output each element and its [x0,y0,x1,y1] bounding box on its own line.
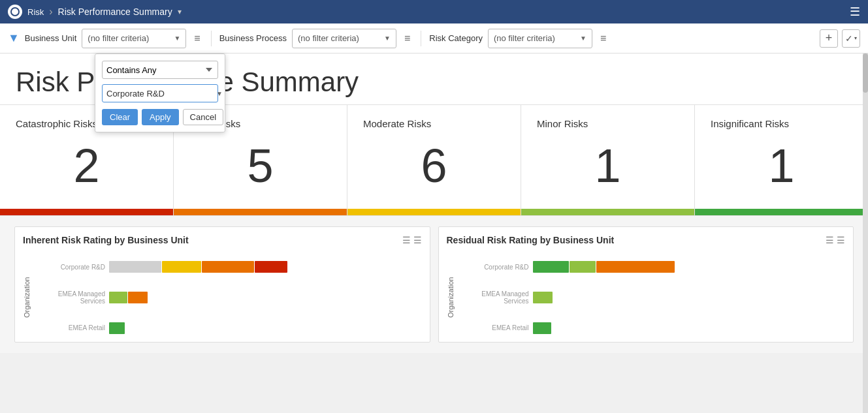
major-risks-value: 5 [189,142,331,189]
residual-chart-area: Corporate R&D EMEA Managed Services [457,252,846,343]
plus-icon: + [826,31,833,45]
inherent-seg-gray [109,261,161,273]
residual-row-corporate: Corporate R&D [457,258,846,276]
nav-risk-link[interactable]: Risk [27,7,44,17]
inherent-chart-header: Inherent Risk Rating by Business Unit ☰ … [23,235,422,245]
business-unit-chevron: ▼ [174,35,180,42]
inherent-filter-icon[interactable]: ☰ [402,235,411,245]
moderate-risks-title: Moderate Risks [363,118,505,129]
clear-button[interactable]: Clear [102,109,138,125]
business-unit-value: (no filter criteria) [88,33,149,43]
inherent-bars-corporate [109,261,287,273]
business-process-dropdown[interactable]: (no filter criteria) ▼ [292,29,396,48]
filter-separator-2 [421,31,421,46]
residual-bars-corporate [533,261,675,273]
value-row-chevron-icon: ▼ [216,90,223,97]
residual-chart-header: Residual Risk Rating by Business Unit ☰ … [447,235,846,245]
residual-chart-body: Organization Corporate R&D EMEA Managed … [447,252,846,343]
inherent-seg-yellow [162,261,201,273]
business-unit-label: Business Unit [25,33,76,43]
inherent-chart-body: Organization Corporate R&D [23,252,422,343]
residual-risk-chart: Residual Risk Rating by Business Unit ☰ … [438,226,854,343]
residual-settings-icon[interactable]: ☰ [837,235,845,245]
operator-select[interactable]: Contains Any [102,61,218,79]
business-unit-settings-icon[interactable]: ≡ [191,31,202,46]
insignificant-risks-title: Insignificant Risks [711,118,852,129]
inherent-row-emea-retail: EMEA Retail [33,319,422,337]
residual-label-emea-managed: EMEA Managed Services [457,290,529,305]
inherent-bars-emea-managed [109,292,148,303]
filter-funnel-icon: ▼ [8,31,20,45]
catastrophic-risks-bar [0,209,173,215]
residual-seg-green-1 [533,261,569,273]
inherent-risk-chart: Inherent Risk Rating by Business Unit ☰ … [14,226,430,343]
minor-risks-bar [521,209,694,215]
risk-category-label: Risk Category [429,33,483,43]
popup-buttons: Clear Apply Cancel [102,109,218,125]
inherent-y-axis: Organization [23,252,31,343]
inherent-chart-title: Inherent Risk Rating by Business Unit [23,235,189,245]
business-unit-dropdown[interactable]: (no filter criteria) ▼ [82,29,186,48]
business-process-label: Business Process [219,33,287,43]
inherent-row-emea-managed: EMEA Managed Services [33,288,422,307]
residual-label-emea-retail: EMEA Retail [457,324,529,331]
residual-row-emea-retail: EMEA Retail [457,319,846,337]
inherent-label-emea-retail: EMEA Retail [33,324,105,331]
residual-filter-icon[interactable]: ☰ [826,235,834,245]
filter-value-row: ▼ [102,84,218,102]
business-process-settings-icon[interactable]: ≡ [402,31,413,46]
residual-seg-limegreen-1 [570,261,596,273]
checkmark-chevron-icon: ▾ [854,35,857,41]
inherent-seg-red [255,261,287,273]
nav-page-title: Risk Performance Summary [58,7,172,17]
inherent-seg-green-1 [109,322,125,334]
cancel-button[interactable]: Cancel [183,109,223,125]
catastrophic-risks-value: 2 [16,142,157,189]
residual-seg-orange-1 [596,261,675,273]
residual-chart-title: Residual Risk Rating by Business Unit [447,235,615,245]
residual-chart-icons: ☰ ☰ [826,235,845,245]
residual-label-corporate: Corporate R&D [457,264,529,271]
filter-popup: Contains Any ▼ Clear Apply Cancel [95,54,225,132]
inherent-seg-orange [202,261,254,273]
risk-category-dropdown[interactable]: (no filter criteria) ▼ [488,29,592,48]
check-icon: ✓ [845,33,853,44]
minor-risks-card[interactable]: Minor Risks 1 [521,105,695,215]
residual-seg-green-2 [533,322,551,334]
apply-filter-button[interactable]: ✓ ▾ [842,29,860,48]
risk-category-value: (no filter criteria) [494,33,555,43]
inherent-chart-area: Corporate R&D EMEA Managed Services [33,252,422,343]
insignificant-risks-card[interactable]: Insignificant Risks 1 [695,105,868,215]
business-process-value: (no filter criteria) [298,33,359,43]
nav-menu-icon[interactable]: ☰ [850,5,860,19]
filter-bar: ▼ Business Unit (no filter criteria) ▼ ≡… [0,23,868,54]
apply-button[interactable]: Apply [142,109,179,125]
minor-risks-title: Minor Risks [537,118,679,129]
residual-bars-emea-retail [533,322,551,334]
residual-row-emea-managed: EMEA Managed Services [457,288,846,307]
insignificant-risks-value: 1 [711,142,852,189]
scrollbar-thumb[interactable] [863,54,868,93]
moderate-risks-card[interactable]: Moderate Risks 6 [347,105,521,215]
app-logo[interactable] [8,5,22,19]
residual-bars-emea-managed [533,292,553,303]
filter-separator-1 [211,31,212,46]
nav-breadcrumb-separator: › [49,6,52,18]
inherent-label-corporate: Corporate R&D [33,264,105,271]
inherent-seg-orange-2 [128,292,148,303]
residual-y-axis: Organization [447,252,455,343]
nav-chevron-icon[interactable]: ▾ [178,7,182,16]
add-filter-button[interactable]: + [820,29,838,48]
risk-category-settings-icon[interactable]: ≡ [598,31,609,46]
inherent-chart-icons: ☰ ☰ [402,235,422,245]
residual-seg-limegreen-2 [533,292,553,303]
inherent-settings-icon[interactable]: ☰ [413,235,422,245]
risk-category-chevron: ▼ [580,35,587,42]
business-process-chevron: ▼ [384,35,391,42]
filter-value-input[interactable] [106,89,216,99]
charts-section: Inherent Risk Rating by Business Unit ☰ … [0,216,868,353]
moderate-risks-bar [347,209,521,215]
inherent-bars-emea-retail [109,322,125,334]
minor-risks-value: 1 [537,142,679,189]
scrollbar[interactable] [863,54,868,413]
